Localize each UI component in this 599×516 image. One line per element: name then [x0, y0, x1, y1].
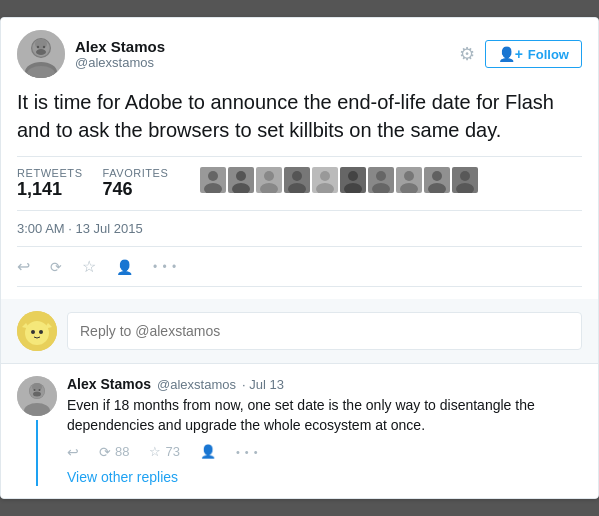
- svg-point-20: [348, 171, 358, 181]
- reply-retweet-icon: ⟳: [99, 444, 111, 460]
- tweet-actions: ↩ ⟳ ☆ 👤 • • •: [17, 247, 582, 287]
- tweet-text: It is time for Adobe to announce the end…: [17, 88, 582, 144]
- retweets-label: RETWEETS: [17, 167, 83, 179]
- username: @alexstamos: [75, 55, 165, 70]
- svg-point-42: [39, 389, 41, 391]
- svg-point-6: [37, 46, 39, 48]
- reply-tweet-header: Alex Stamos @alexstamos · Jul 13: [67, 376, 582, 392]
- tweet-timestamp: 3:00 AM · 13 Jul 2015: [17, 211, 582, 247]
- mini-avatar: [424, 167, 450, 193]
- svg-point-12: [236, 171, 246, 181]
- retweet-action-icon[interactable]: ⟳: [50, 259, 62, 275]
- reply-area: [1, 299, 598, 364]
- mini-avatar: [312, 167, 338, 193]
- svg-point-18: [320, 171, 330, 181]
- retweets-value: 1,141: [17, 179, 83, 200]
- svg-point-22: [376, 171, 386, 181]
- svg-point-40: [32, 383, 42, 391]
- reply-tweet: Alex Stamos @alexstamos · Jul 13 Even if…: [1, 364, 598, 497]
- favorite-action-icon[interactable]: ☆: [82, 257, 96, 276]
- view-other-replies-link[interactable]: View other replies: [67, 469, 178, 485]
- avatar[interactable]: [17, 30, 65, 78]
- svg-point-14: [264, 171, 274, 181]
- mini-avatar: [452, 167, 478, 193]
- svg-point-28: [460, 171, 470, 181]
- svg-point-35: [39, 330, 43, 334]
- more-action-icon[interactable]: • • •: [153, 260, 177, 274]
- tweet-card: Alex Stamos @alexstamos ⚙ 👤+ Follow It i…: [0, 17, 599, 498]
- mini-avatar: [340, 167, 366, 193]
- mini-avatar: [396, 167, 422, 193]
- svg-point-29: [456, 183, 474, 193]
- reply-favorite-action[interactable]: ☆ 73: [149, 444, 179, 459]
- svg-point-26: [432, 171, 442, 181]
- reply-retweet-action[interactable]: ⟳ 88: [99, 444, 129, 460]
- svg-point-16: [292, 171, 302, 181]
- main-tweet: Alex Stamos @alexstamos ⚙ 👤+ Follow It i…: [1, 18, 598, 299]
- favorites-value: 746: [103, 179, 169, 200]
- mini-avatar: [228, 167, 254, 193]
- follow-plus-icon: 👤+: [498, 46, 523, 62]
- svg-point-17: [288, 183, 306, 193]
- reply-favorite-count: 73: [165, 444, 179, 459]
- mini-avatar: [200, 167, 226, 193]
- reply-follow-icon[interactable]: 👤: [200, 444, 216, 459]
- tweet-stats: RETWEETS 1,141 FAVORITES 746: [17, 156, 582, 211]
- svg-point-13: [232, 183, 250, 193]
- svg-point-19: [316, 183, 334, 193]
- reply-date: · Jul 13: [242, 377, 284, 392]
- reply-actions: ↩ ⟳ 88 ☆ 73 👤 • • •: [67, 444, 582, 460]
- svg-point-24: [404, 171, 414, 181]
- reply-username: @alexstamos: [157, 377, 236, 392]
- svg-point-27: [428, 183, 446, 193]
- favorites-stat: FAVORITES 746: [103, 167, 169, 200]
- reply-retweet-count: 88: [115, 444, 129, 459]
- reply-compose-avatar: [17, 311, 57, 351]
- gear-icon[interactable]: ⚙: [459, 43, 475, 65]
- favorites-label: FAVORITES: [103, 167, 169, 179]
- svg-point-10: [208, 171, 218, 181]
- reply-favorite-icon: ☆: [149, 444, 161, 459]
- svg-point-43: [33, 392, 41, 397]
- reply-action-icon[interactable]: ↩: [17, 257, 30, 276]
- reply-more-icon[interactable]: • • •: [236, 446, 259, 458]
- reply-text: Even if 18 months from now, one set date…: [67, 396, 582, 435]
- follow-action-icon[interactable]: 👤: [116, 259, 133, 275]
- svg-point-23: [372, 183, 390, 193]
- svg-point-7: [43, 46, 45, 48]
- svg-point-31: [25, 321, 49, 345]
- retweeter-avatars: [200, 167, 478, 193]
- thread-line: [36, 420, 38, 485]
- mini-avatar: [368, 167, 394, 193]
- svg-point-21: [344, 183, 362, 193]
- svg-point-11: [204, 183, 222, 193]
- follow-button[interactable]: 👤+ Follow: [485, 40, 582, 68]
- svg-point-5: [35, 39, 47, 49]
- user-info: Alex Stamos @alexstamos: [75, 38, 165, 70]
- mini-avatar: [256, 167, 282, 193]
- mini-avatar: [284, 167, 310, 193]
- svg-point-15: [260, 183, 278, 193]
- reply-reply-icon[interactable]: ↩: [67, 444, 79, 460]
- svg-point-9: [36, 49, 46, 55]
- svg-point-34: [31, 330, 35, 334]
- svg-point-25: [400, 183, 418, 193]
- tweet-header: Alex Stamos @alexstamos ⚙ 👤+ Follow: [17, 30, 582, 78]
- svg-point-41: [34, 389, 36, 391]
- reply-tweet-avatar[interactable]: [17, 376, 57, 416]
- reply-display-name: Alex Stamos: [67, 376, 151, 392]
- retweets-stat: RETWEETS 1,141: [17, 167, 83, 200]
- display-name: Alex Stamos: [75, 38, 165, 55]
- reply-input[interactable]: [67, 312, 582, 350]
